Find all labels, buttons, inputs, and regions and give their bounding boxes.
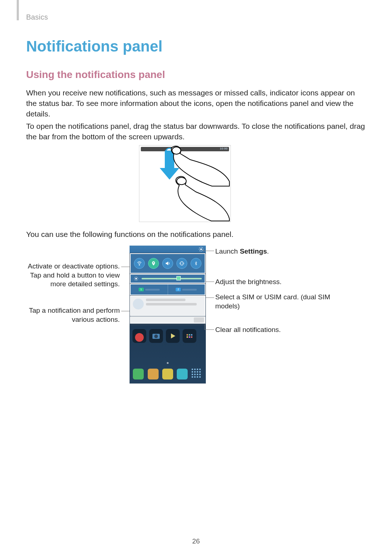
sim-selector-row: 1 2: [130, 284, 205, 295]
callout-line: [206, 282, 214, 282]
clear-row-highlight: [130, 316, 205, 324]
callout-clear: Clear all notifications.: [215, 325, 346, 335]
page-indicator-dot-icon: [167, 362, 169, 364]
phone-home-background: [130, 325, 206, 383]
callout-settings-pre: Launch: [215, 247, 240, 255]
sim-1-tab: 1: [131, 284, 168, 295]
svg-point-1: [177, 177, 186, 185]
record-icon: [135, 333, 144, 342]
svg-marker-4: [171, 333, 175, 338]
quick-toggles-row: [131, 254, 205, 273]
panel-header-bar: [130, 246, 206, 253]
svg-point-14: [139, 264, 140, 265]
wifi-toggle-icon: [134, 258, 145, 269]
page-title: Notifications panel: [26, 38, 163, 55]
sim-1-label-placeholder: [145, 289, 160, 291]
callout-settings-post: .: [267, 247, 269, 255]
internet-app-icon: [177, 369, 188, 379]
callout-line: [121, 267, 130, 267]
sim-2-badge: 2: [176, 288, 181, 291]
callout-line: [121, 311, 130, 311]
svg-rect-6: [201, 247, 201, 248]
callout-settings-bold: Settings: [240, 247, 267, 255]
callout-sim: Select a SIM or USIM card. (dual SIM mod…: [215, 293, 346, 311]
messages-app-icon: [162, 369, 173, 379]
clear-row: [131, 317, 205, 323]
home-widget: [132, 329, 146, 343]
svg-point-0: [172, 147, 181, 154]
paragraph-functions: You can use the following functions on t…: [26, 229, 367, 240]
gear-icon: [199, 247, 204, 252]
page-number: 26: [192, 537, 200, 545]
play-widget-icon: [166, 329, 180, 343]
contacts-app-icon: [148, 369, 159, 379]
notification-app-icon: [133, 299, 144, 309]
svg-rect-7: [201, 251, 201, 251]
brightness-icon: [134, 276, 139, 281]
phone-app-icon: [133, 369, 144, 379]
sim-2-tab: 2: [168, 284, 205, 295]
svg-rect-8: [199, 249, 200, 249]
callout-line: [206, 297, 214, 298]
svg-line-21: [135, 277, 135, 278]
callout-toggles: Activate or deactivate options. Tap and …: [26, 262, 120, 289]
quick-toggles-highlight: [130, 253, 205, 274]
sim-1-badge: 1: [139, 288, 144, 291]
clear-all-button: [194, 317, 204, 323]
brightness-row: [130, 274, 205, 283]
home-dock: [130, 367, 206, 381]
camera-widget-icon: [149, 329, 163, 343]
svg-rect-12: [202, 247, 203, 248]
svg-point-16: [135, 278, 137, 280]
figure-swipe-gesture: 10:00: [139, 145, 231, 222]
figure-notifications-panel: 1 2: [130, 246, 206, 383]
svg-rect-10: [199, 247, 200, 248]
svg-point-3: [154, 335, 158, 338]
rotation-toggle-icon: [176, 258, 187, 269]
svg-line-22: [137, 280, 138, 280]
notification-item: [130, 296, 205, 316]
home-widgets-row: [130, 329, 206, 346]
paragraph-open-close: To open the notifications panel, drag th…: [26, 121, 367, 142]
callout-line: [204, 329, 214, 330]
apps-drawer-icon: [192, 369, 203, 379]
callout-brightness: Adjust the brightness.: [215, 278, 346, 287]
svg-line-24: [135, 280, 135, 280]
brightness-slider-handle: [176, 276, 181, 280]
callout-notification: Tap a notification and perform various a…: [26, 306, 120, 324]
callout-tick: [204, 324, 205, 329]
location-toggle-icon: [148, 258, 159, 269]
grid-widget-icon: [183, 329, 196, 343]
notification-body-placeholder: [146, 303, 197, 305]
brightness-slider-track: [142, 278, 202, 279]
bluetooth-toggle-icon: [191, 258, 201, 269]
svg-point-5: [200, 249, 202, 250]
notification-title-placeholder: [146, 299, 185, 301]
svg-rect-15: [181, 262, 183, 265]
hand-bottom-icon: [172, 175, 230, 222]
svg-line-23: [137, 277, 138, 278]
svg-rect-13: [199, 250, 200, 251]
section-heading: Using the notifications panel: [26, 69, 165, 81]
breadcrumb: Basics: [26, 13, 48, 21]
header-rule: [17, 0, 19, 20]
sim-2-label-placeholder: [182, 289, 197, 291]
callout-tick: [203, 249, 204, 251]
paragraph-intro: When you receive new notifications, such…: [26, 88, 367, 119]
callout-line: [203, 251, 214, 251]
sound-toggle-icon: [162, 258, 173, 269]
callout-settings: Launch Settings.: [215, 247, 346, 256]
